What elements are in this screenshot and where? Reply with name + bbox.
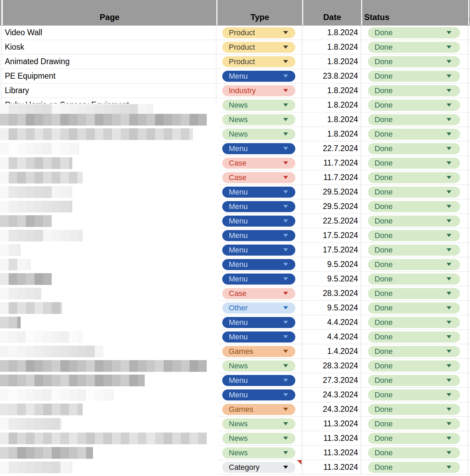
date-cell[interactable]: 1.8.2024 xyxy=(302,40,361,54)
status-dropdown[interactable]: Done xyxy=(368,274,460,285)
type-dropdown[interactable]: Menu xyxy=(222,245,295,256)
status-dropdown[interactable]: Done xyxy=(368,100,460,111)
date-cell[interactable]: 11.3.2024 xyxy=(302,417,361,431)
type-dropdown[interactable]: Case xyxy=(222,172,295,183)
date-cell[interactable]: 28.3.2024 xyxy=(302,286,361,300)
status-dropdown[interactable]: Done xyxy=(368,245,460,256)
date-cell[interactable]: 11.3.2024 xyxy=(302,460,361,474)
status-dropdown[interactable]: Done xyxy=(368,331,460,343)
type-dropdown[interactable]: Menu xyxy=(222,317,295,328)
date-cell[interactable]: 22.5.2024 xyxy=(302,214,361,228)
type-dropdown[interactable]: Case xyxy=(222,288,295,299)
type-dropdown[interactable]: News xyxy=(222,360,295,371)
status-dropdown[interactable]: Done xyxy=(368,201,460,212)
status-dropdown[interactable]: Done xyxy=(368,404,460,415)
type-dropdown[interactable]: Other xyxy=(222,303,295,314)
date-cell[interactable]: 11.3.2024 xyxy=(302,431,361,445)
date-cell[interactable]: 11.7.2024 xyxy=(302,170,361,185)
type-dropdown[interactable]: Menu xyxy=(222,216,295,227)
type-dropdown[interactable]: Industry xyxy=(222,85,295,96)
type-dropdown[interactable]: Menu xyxy=(222,230,295,241)
status-dropdown[interactable]: Done xyxy=(368,447,460,458)
date-cell[interactable]: 1.4.2024 xyxy=(302,344,361,358)
type-dropdown[interactable]: News xyxy=(222,418,295,429)
date-cell[interactable]: 29.5.2024 xyxy=(302,185,361,199)
type-dropdown[interactable]: Product xyxy=(222,56,295,67)
type-dropdown[interactable]: Menu xyxy=(222,201,295,212)
status-dropdown[interactable]: Done xyxy=(368,172,460,183)
type-dropdown[interactable]: Menu xyxy=(222,274,295,285)
status-dropdown[interactable]: Done xyxy=(368,462,460,473)
page-cell[interactable]: PE Equipment xyxy=(1,69,216,83)
date-cell[interactable]: 1.8.2024 xyxy=(302,98,361,112)
status-dropdown[interactable]: Done xyxy=(368,56,460,67)
date-cell[interactable]: 22.7.2024 xyxy=(302,141,361,156)
type-dropdown[interactable]: News xyxy=(222,129,295,140)
type-dropdown[interactable]: Menu xyxy=(222,71,295,82)
date-cell[interactable]: 9.5.2024 xyxy=(302,301,361,315)
page-cell[interactable]: Animated Drawing xyxy=(1,54,216,69)
status-dropdown[interactable]: Done xyxy=(368,303,460,314)
status-dropdown[interactable]: Done xyxy=(368,433,460,444)
status-dropdown[interactable]: Done xyxy=(368,259,460,270)
status-dropdown[interactable]: Done xyxy=(368,346,460,357)
date-cell[interactable]: 24.3.2024 xyxy=(302,402,361,416)
status-dropdown[interactable]: Done xyxy=(368,85,460,96)
type-dropdown[interactable]: Product xyxy=(222,42,295,53)
date-cell[interactable]: 17.5.2024 xyxy=(302,228,361,242)
status-dropdown[interactable]: Done xyxy=(368,129,460,140)
type-dropdown[interactable]: Menu xyxy=(222,389,295,400)
type-dropdown[interactable]: Category xyxy=(222,462,295,473)
date-cell[interactable]: 1.8.2024 xyxy=(302,83,361,98)
date-cell[interactable]: 24.3.2024 xyxy=(302,388,361,402)
type-dropdown[interactable]: Menu xyxy=(222,143,295,154)
status-dropdown[interactable]: Done xyxy=(368,42,460,53)
page-cell[interactable]: Video Wall xyxy=(1,26,216,40)
status-dropdown[interactable]: Done xyxy=(368,158,460,169)
type-dropdown[interactable]: Case xyxy=(222,158,295,169)
status-dropdown[interactable]: Done xyxy=(368,71,460,82)
date-cell[interactable]: 11.7.2024 xyxy=(302,156,361,170)
status-dropdown[interactable]: Done xyxy=(368,389,460,400)
page-cell[interactable]: Kiosk xyxy=(1,40,216,54)
status-dropdown[interactable]: Done xyxy=(368,317,460,328)
date-cell[interactable]: 23.8.2024 xyxy=(302,69,361,83)
status-dropdown[interactable]: Done xyxy=(368,288,460,299)
status-dropdown[interactable]: Done xyxy=(368,418,460,429)
status-dropdown[interactable]: Done xyxy=(368,187,460,198)
type-dropdown[interactable]: Games xyxy=(222,404,295,415)
status-dropdown[interactable]: Done xyxy=(368,230,460,241)
date-cell[interactable]: 1.8.2024 xyxy=(302,127,361,141)
status-dropdown[interactable]: Done xyxy=(368,143,460,154)
page-cell[interactable]: Library xyxy=(1,83,216,98)
status-dropdown[interactable]: Done xyxy=(368,27,460,38)
type-dropdown[interactable]: News xyxy=(222,433,295,444)
status-dropdown[interactable]: Done xyxy=(368,216,460,227)
type-dropdown[interactable]: Menu xyxy=(222,187,295,198)
date-cell[interactable]: 29.5.2024 xyxy=(302,199,361,214)
type-dropdown[interactable]: Menu xyxy=(222,375,295,386)
status-dropdown[interactable]: Done xyxy=(368,375,460,386)
type-dropdown[interactable]: News xyxy=(222,447,295,458)
date-cell[interactable]: 1.8.2024 xyxy=(302,26,361,40)
date-cell[interactable]: 9.5.2024 xyxy=(302,257,361,271)
type-dropdown[interactable]: Menu xyxy=(222,259,295,270)
type-dropdown[interactable]: News xyxy=(222,114,295,125)
status-dropdown[interactable]: Done xyxy=(368,360,460,371)
status-dropdown[interactable]: Done xyxy=(368,114,460,125)
date-cell[interactable]: 1.8.2024 xyxy=(302,54,361,69)
type-dropdown[interactable]: Menu xyxy=(222,331,295,343)
date-cell[interactable]: 4.4.2024 xyxy=(302,315,361,329)
date-cell[interactable]: 4.4.2024 xyxy=(302,330,361,344)
date-cell[interactable]: 11.3.2024 xyxy=(302,446,361,460)
date-cell[interactable]: 28.3.2024 xyxy=(302,359,361,373)
type-dropdown[interactable]: News xyxy=(222,100,295,111)
status-cell: Done xyxy=(361,243,468,257)
date-cell[interactable]: 1.8.2024 xyxy=(302,112,361,127)
date-cell[interactable]: 27.3.2024 xyxy=(302,373,361,387)
type-dropdown[interactable]: Product xyxy=(222,27,295,38)
chevron-down-icon xyxy=(283,350,288,353)
date-cell[interactable]: 17.5.2024 xyxy=(302,243,361,257)
type-dropdown[interactable]: Games xyxy=(222,346,295,357)
date-cell[interactable]: 9.5.2024 xyxy=(302,272,361,286)
